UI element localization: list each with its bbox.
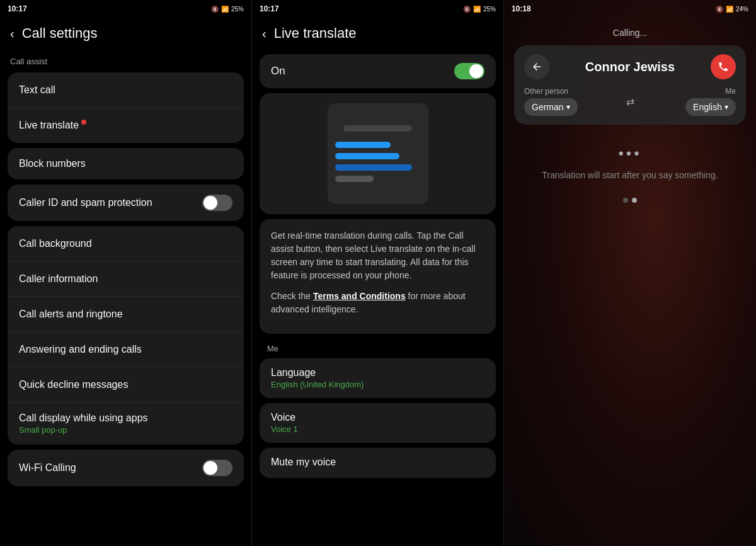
live-translate-item[interactable]: Live translate bbox=[8, 108, 244, 143]
time-middle: 10:17 bbox=[260, 4, 279, 13]
text-call-item[interactable]: Text call bbox=[8, 72, 244, 108]
mute-icon: 🔇 bbox=[211, 6, 219, 13]
calling-status-text: Calling... bbox=[504, 18, 756, 43]
my-lang-side: Me English ▾ bbox=[639, 87, 736, 116]
voice-value: Voice 1 bbox=[271, 424, 484, 434]
preview-bar-3 bbox=[335, 164, 412, 171]
me-section-label: Me bbox=[252, 339, 503, 356]
call-card: Connor Jewiss Other person German ▾ ⇄ Me bbox=[514, 45, 746, 125]
signal-icon-m: 📶 bbox=[473, 6, 481, 13]
translation-area: ••• Translation will start after you say… bbox=[504, 132, 756, 193]
other-person-lang-value: German bbox=[532, 102, 564, 112]
mute-icon-m: 🔇 bbox=[463, 6, 471, 13]
wifi-calling-label: Wi-Fi Calling bbox=[19, 462, 76, 474]
my-lang-chevron-icon: ▾ bbox=[724, 103, 728, 111]
language-selection-row: Other person German ▾ ⇄ Me English ▾ bbox=[524, 87, 736, 116]
caller-information-item[interactable]: Caller information bbox=[8, 261, 244, 297]
time-right: 10:18 bbox=[512, 4, 531, 13]
quick-decline-item[interactable]: Quick decline messages bbox=[8, 367, 244, 402]
other-person-lang-side: Other person German ▾ bbox=[524, 87, 621, 116]
my-lang-selector[interactable]: English ▾ bbox=[685, 98, 736, 116]
status-bar-right: 10:18 🔇 📶 24% bbox=[504, 0, 756, 18]
page-dot-2 bbox=[632, 198, 637, 203]
desc-text-1: Get real-time translation during calls. … bbox=[271, 229, 484, 282]
back-arrow-middle[interactable]: ‹ bbox=[262, 26, 266, 41]
preview-top-bar bbox=[343, 125, 412, 132]
call-alerts-item[interactable]: Call alerts and ringtone bbox=[8, 297, 244, 332]
wifi-calling-group: Wi-Fi Calling bbox=[8, 450, 244, 486]
terms-link[interactable]: Terms and Conditions bbox=[313, 291, 406, 301]
caller-information-label: Caller information bbox=[19, 273, 98, 285]
other-lang-chevron-icon: ▾ bbox=[566, 103, 570, 111]
call-settings-header: ‹ Call settings bbox=[0, 18, 251, 52]
mute-voice-label: Mute my voice bbox=[271, 457, 484, 468]
preview-bar-2 bbox=[335, 153, 399, 159]
other-person-label: Other person bbox=[524, 87, 621, 96]
on-label: On bbox=[271, 65, 285, 77]
caller-id-label: Caller ID and spam protection bbox=[19, 197, 152, 208]
calling-panel: 10:18 🔇 📶 24% Calling... Connor Jewiss bbox=[504, 0, 756, 546]
preview-phone-mockup bbox=[328, 103, 428, 204]
other-settings-group: Call background Caller information Call … bbox=[8, 226, 244, 445]
caller-id-toggle[interactable] bbox=[202, 195, 232, 211]
on-toggle-row[interactable]: On bbox=[260, 54, 496, 88]
wifi-calling-toggle[interactable] bbox=[202, 460, 232, 476]
voice-title: Voice bbox=[271, 412, 484, 423]
preview-bar-1 bbox=[335, 142, 391, 148]
language-item[interactable]: Language English (United Kingdom) bbox=[260, 358, 496, 398]
end-call-button[interactable] bbox=[711, 54, 736, 79]
status-icons-middle: 🔇 📶 25% bbox=[463, 6, 496, 13]
new-badge-dot bbox=[81, 120, 86, 125]
time-left: 10:17 bbox=[8, 4, 27, 13]
battery-left: 25% bbox=[231, 6, 244, 13]
block-numbers-label: Block numbers bbox=[19, 158, 86, 169]
call-assist-group: Text call Live translate bbox=[8, 72, 244, 143]
desc-text-2: Check the Terms and Conditions for more … bbox=[271, 290, 484, 316]
mute-icon-r: 🔇 bbox=[716, 6, 723, 13]
caller-id-group: Caller ID and spam protection bbox=[8, 185, 244, 221]
call-background-item[interactable]: Call background bbox=[8, 226, 244, 261]
caller-name: Connor Jewiss bbox=[549, 60, 711, 74]
page-indicator bbox=[504, 193, 756, 208]
back-arrow-left[interactable]: ‹ bbox=[10, 26, 14, 41]
back-to-call-button[interactable] bbox=[524, 54, 549, 79]
live-translate-label: Live translate bbox=[19, 120, 86, 131]
quick-decline-label: Quick decline messages bbox=[19, 379, 128, 390]
live-translate-header: ‹ Live translate bbox=[252, 18, 503, 52]
status-bar-middle: 10:17 🔇 📶 25% bbox=[252, 0, 503, 18]
call-display-item[interactable]: Call display while using apps Small pop-… bbox=[8, 402, 244, 445]
text-call-label: Text call bbox=[19, 84, 55, 96]
translation-message: Translation will start after you say som… bbox=[529, 170, 731, 180]
call-display-subtext: Small pop-up bbox=[19, 425, 148, 435]
call-settings-panel: 10:17 🔇 📶 25% ‹ Call settings Call assis… bbox=[0, 0, 252, 546]
status-icons-left: 🔇 📶 25% bbox=[211, 6, 244, 13]
battery-middle: 25% bbox=[483, 6, 496, 13]
caller-id-item[interactable]: Caller ID and spam protection bbox=[8, 185, 244, 221]
battery-right: 24% bbox=[736, 6, 748, 13]
call-background-label: Call background bbox=[19, 238, 92, 249]
call-display-label: Call display while using apps bbox=[19, 412, 148, 424]
other-person-lang-selector[interactable]: German ▾ bbox=[524, 98, 578, 116]
call-card-top: Connor Jewiss bbox=[524, 54, 736, 79]
page-dot-1 bbox=[623, 198, 628, 203]
description-box: Get real-time translation during calls. … bbox=[260, 219, 496, 334]
answering-ending-item[interactable]: Answering and ending calls bbox=[8, 332, 244, 367]
my-lang-label: Me bbox=[725, 87, 736, 96]
live-translate-on-toggle[interactable] bbox=[454, 63, 484, 79]
call-assist-label: Call assist bbox=[0, 52, 251, 70]
signal-icon: 📶 bbox=[221, 6, 229, 13]
answering-ending-label: Answering and ending calls bbox=[19, 344, 142, 355]
status-bar-left: 10:17 🔇 📶 25% bbox=[0, 0, 251, 18]
wifi-calling-item[interactable]: Wi-Fi Calling bbox=[8, 450, 244, 486]
thinking-dots: ••• bbox=[618, 145, 641, 162]
mute-voice-item[interactable]: Mute my voice bbox=[260, 448, 496, 478]
swap-languages-icon[interactable]: ⇄ bbox=[626, 96, 634, 108]
signal-icon-r: 📶 bbox=[726, 6, 733, 13]
page-title-left: Call settings bbox=[22, 25, 98, 42]
preview-bar-4 bbox=[335, 176, 374, 182]
call-alerts-label: Call alerts and ringtone bbox=[19, 309, 123, 320]
my-lang-value: English bbox=[693, 102, 722, 112]
page-title-middle: Live translate bbox=[274, 25, 357, 42]
voice-item[interactable]: Voice Voice 1 bbox=[260, 403, 496, 443]
block-numbers-item[interactable]: Block numbers bbox=[8, 148, 244, 179]
